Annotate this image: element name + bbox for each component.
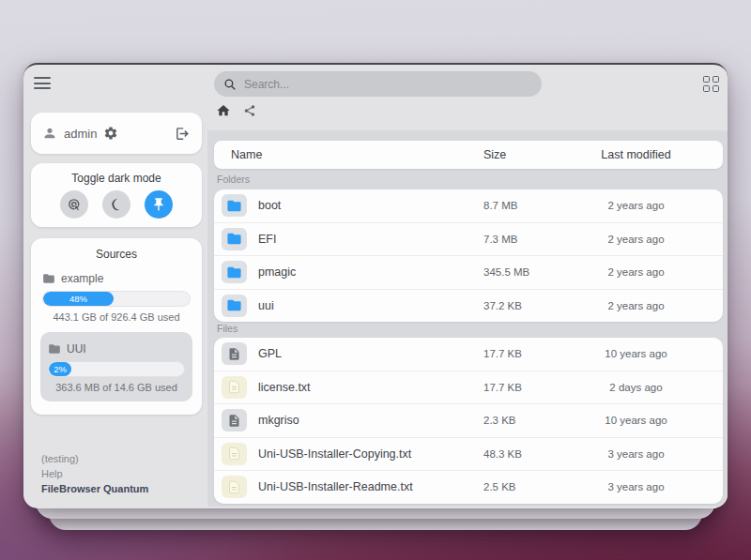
item-size: 8.7 MB xyxy=(483,200,549,211)
user-card: admin xyxy=(31,113,202,154)
item-modified: 2 years ago xyxy=(549,266,723,278)
usage-bar: 2% xyxy=(48,361,185,377)
column-name[interactable]: Name xyxy=(214,148,483,161)
item-modified: 3 years ago xyxy=(549,448,723,460)
row-name: Uni-USB-Installer-Copying.txt xyxy=(214,443,483,465)
username-label: admin xyxy=(64,127,97,141)
item-size: 2.5 KB xyxy=(483,481,549,492)
item-size: 48.3 KB xyxy=(483,448,549,460)
item-modified: 3 years ago xyxy=(549,481,723,492)
filebrowser-window: admin Toggle dark mode Sources example48… xyxy=(23,63,728,508)
blue-folder-icon xyxy=(222,295,247,317)
item-name: license.txt xyxy=(258,381,311,394)
blue-folder-icon xyxy=(222,261,247,283)
row-uni-usb-installer-readme.txt[interactable]: Uni-USB-Installer-Readme.txt2.5 KB3 year… xyxy=(214,470,723,504)
item-name: GPL xyxy=(258,347,282,360)
moon-icon xyxy=(109,197,124,212)
row-mkgriso[interactable]: mkgriso2.3 KB10 years ago xyxy=(214,403,723,437)
item-name: boot xyxy=(258,199,281,212)
source-name: UUI xyxy=(67,342,86,356)
source-item-uui[interactable]: UUI2%363.6 MB of 14.6 GB used xyxy=(40,332,192,401)
usage-text: 363.6 MB of 14.6 GB used xyxy=(48,382,185,393)
sidebar-link-testing[interactable]: (testing) xyxy=(41,451,148,466)
column-size[interactable]: Size xyxy=(483,148,549,161)
row-efi[interactable]: EFI7.3 MB2 years ago xyxy=(214,222,723,256)
share-icon[interactable] xyxy=(243,104,256,117)
grid-view-icon[interactable] xyxy=(703,76,720,93)
item-name: uui xyxy=(258,299,274,312)
usage-text: 443.1 GB of 926.4 GB used xyxy=(42,311,191,323)
dark-mode-card: Toggle dark mode xyxy=(31,163,202,227)
dark-mode-buttons xyxy=(31,190,202,219)
auto-click-icon xyxy=(67,197,83,213)
document-icon xyxy=(222,443,247,465)
usage-bar: 48% xyxy=(42,291,191,307)
row-boot[interactable]: boot8.7 MB2 years ago xyxy=(214,189,723,222)
row-uui[interactable]: uui37.2 KB2 years ago xyxy=(214,289,723,323)
item-size: 37.2 KB xyxy=(483,300,549,311)
folder-icon xyxy=(48,342,61,356)
menu-icon[interactable] xyxy=(34,77,51,89)
magnifier-icon xyxy=(223,78,237,91)
row-name: license.txt xyxy=(214,376,483,399)
item-modified: 2 years ago xyxy=(549,234,723,245)
blue-folder-icon xyxy=(222,228,247,250)
document-icon xyxy=(222,476,247,498)
source-name: example xyxy=(61,272,103,285)
row-name: uui xyxy=(214,295,483,317)
sidebar-link-help[interactable]: Help xyxy=(41,466,148,481)
logout-icon[interactable] xyxy=(175,126,191,142)
row-name: mkgriso xyxy=(214,409,483,431)
files-card: GPL17.7 KB10 years agolicense.txt17.7 KB… xyxy=(214,338,723,504)
usage-bar-fill: 48% xyxy=(43,292,114,306)
auto-click-toggle-button[interactable] xyxy=(60,190,88,219)
search-input[interactable] xyxy=(242,77,532,92)
sidebar-footer: (testing) Help FileBrowser Quantum xyxy=(41,451,148,496)
item-size: 17.7 KB xyxy=(483,382,549,393)
item-size: 17.7 KB xyxy=(483,348,549,359)
row-uni-usb-installer-copying.txt[interactable]: Uni-USB-Installer-Copying.txt48.3 KB3 ye… xyxy=(214,437,723,471)
row-license.txt[interactable]: license.txt17.7 KB2 days ago xyxy=(214,371,723,404)
table-header: Name Size Last modified xyxy=(214,141,723,169)
item-modified: 2 years ago xyxy=(549,200,723,211)
blue-folder-icon xyxy=(222,194,247,217)
sources-card: Sources example48%443.1 GB of 926.4 GB u… xyxy=(31,238,202,415)
usage-bar-fill: 2% xyxy=(49,362,71,376)
sources-title: Sources xyxy=(40,248,192,261)
item-modified: 2 days ago xyxy=(549,382,723,393)
folders-card: boot8.7 MB2 years agoEFI7.3 MB2 years ag… xyxy=(214,189,723,322)
item-name: Uni-USB-Installer-Readme.txt xyxy=(258,480,413,493)
item-name: Uni-USB-Installer-Copying.txt xyxy=(258,447,411,461)
item-size: 2.3 KB xyxy=(483,415,549,426)
search-bar[interactable] xyxy=(214,71,542,97)
pin-toggle-button[interactable] xyxy=(145,190,173,219)
item-name: mkgriso xyxy=(258,414,299,427)
column-last-modified[interactable]: Last modified xyxy=(549,148,723,161)
item-modified: 10 years ago xyxy=(549,348,723,359)
app-brand[interactable]: FileBrowser Quantum xyxy=(41,481,148,496)
sources-list: example48%443.1 GB of 926.4 GB usedUUI2%… xyxy=(40,266,192,401)
row-name: GPL xyxy=(214,342,483,365)
folder-icon xyxy=(42,272,55,285)
desktop-background: admin Toggle dark mode Sources example48… xyxy=(0,0,751,560)
document-icon xyxy=(222,409,247,431)
person-icon xyxy=(42,126,57,141)
breadcrumb xyxy=(216,103,256,118)
row-name: pmagic xyxy=(214,261,483,283)
document-icon xyxy=(222,342,247,365)
gear-icon[interactable] xyxy=(103,126,118,141)
item-name: pmagic xyxy=(258,265,296,279)
row-gpl[interactable]: GPL17.7 KB10 years ago xyxy=(214,338,723,371)
item-size: 7.3 MB xyxy=(483,234,549,245)
item-size: 345.5 MB xyxy=(483,266,549,278)
pin-icon xyxy=(151,197,166,212)
dark-mode-label: Toggle dark mode xyxy=(31,172,202,185)
row-pmagic[interactable]: pmagic345.5 MB2 years ago xyxy=(214,255,723,289)
row-name: Uni-USB-Installer-Readme.txt xyxy=(214,476,483,498)
moon-toggle-button[interactable] xyxy=(102,190,130,219)
row-name: boot xyxy=(214,194,483,217)
home-icon[interactable] xyxy=(216,103,231,118)
document-icon xyxy=(222,376,247,399)
row-name: EFI xyxy=(214,228,483,250)
source-item-example[interactable]: example48%443.1 GB of 926.4 GB used xyxy=(40,266,192,323)
